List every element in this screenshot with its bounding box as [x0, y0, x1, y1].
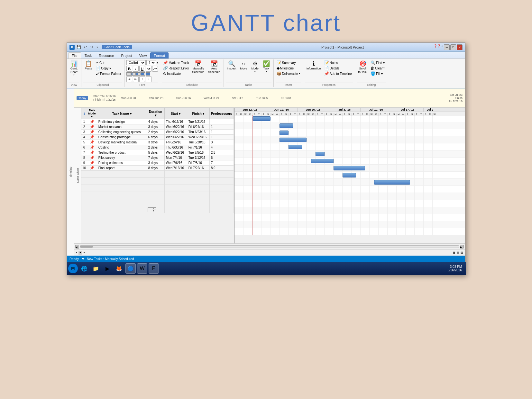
inspect-btn[interactable]: 🔍 Inspect — [226, 60, 238, 71]
font-color-btn[interactable]: A▾ — [146, 66, 151, 72]
auto-schedule-btn[interactable]: 📆 AutoSchedule — [207, 60, 222, 75]
gantt-bar[interactable] — [289, 145, 302, 149]
move-down-btn[interactable]: ↓ — [146, 76, 151, 82]
clear-btn[interactable]: 🗑 Clear ▾ — [370, 66, 386, 71]
inactivate-btn[interactable]: ⊘ Inactivate — [162, 71, 190, 76]
gantt-bar[interactable] — [334, 166, 365, 170]
summary-btn[interactable]: 📝 Summary — [276, 60, 301, 65]
table-row[interactable]: 8 📌 Pilot survey 7 days Mon 7/4/16 Tue 7… — [81, 155, 234, 160]
media-icon[interactable]: ▶ — [102, 263, 113, 274]
right-arrow[interactable]: ▸ — [84, 251, 85, 254]
italic-btn[interactable]: I — [133, 66, 139, 72]
tab-format[interactable]: Format — [150, 52, 169, 59]
restore-btn[interactable]: □ — [450, 44, 456, 50]
tab-project[interactable]: Project — [117, 52, 135, 59]
minimize-btn[interactable]: ─ — [444, 44, 450, 50]
task-pred-cell: 2,5 — [209, 150, 234, 155]
gantt-bar[interactable] — [343, 173, 356, 177]
font-face-select[interactable]: Calibri — [126, 60, 146, 65]
copy-btn[interactable]: 📄 Copy ▾ — [95, 66, 122, 71]
spinner-cell[interactable]: ▲ ▼ — [147, 206, 164, 213]
find-btn[interactable]: 🔍 Find ▾ — [370, 60, 386, 65]
table-row[interactable]: 7 📌 Testing the product 5 days Wed 6/29/… — [81, 150, 234, 155]
schedule-group-label: Schedule — [162, 83, 221, 86]
view-icon-2[interactable]: ▤ — [457, 251, 459, 254]
spinner-control[interactable]: ▲ ▼ — [148, 207, 156, 212]
gantt-cell — [415, 122, 419, 129]
gantt-bar[interactable] — [280, 131, 289, 135]
scroll-left-btn[interactable]: ◂ — [75, 245, 79, 249]
gantt-cell — [392, 129, 397, 136]
scrollbar-track[interactable] — [80, 245, 459, 248]
explorer-icon[interactable]: 📁 — [91, 263, 101, 274]
gantt-bar[interactable] — [374, 180, 410, 185]
milestone-btn[interactable]: ◆ Milestone — [276, 66, 301, 71]
gantt-bar[interactable] — [316, 152, 325, 156]
notes-btn[interactable]: 📝 Notes — [323, 60, 353, 65]
undo-quick-btn[interactable]: ↩ — [82, 44, 88, 50]
left-arrow[interactable]: ◂ — [76, 251, 77, 254]
empty-cell — [97, 171, 147, 178]
outdent-btn[interactable]: ⇤ — [133, 76, 139, 82]
ie-icon[interactable]: 🌐 — [79, 263, 89, 274]
tab-task[interactable]: Task — [81, 52, 96, 59]
table-row[interactable]: 9 📌 Pricing estimates 3 days Wed 7/6/16 … — [81, 160, 234, 166]
scrollbar-thumb[interactable] — [80, 246, 93, 248]
close-btn[interactable]: ✕ — [457, 44, 463, 50]
information-btn[interactable]: ℹ Information — [305, 60, 322, 71]
gantt-bar[interactable] — [252, 116, 271, 121]
underline-btn[interactable]: U — [139, 66, 145, 72]
table-row[interactable]: 3 📌 Collecting engineering quotes 2 days… — [81, 130, 234, 135]
move-up-btn[interactable]: ↑ — [139, 76, 145, 82]
table-row[interactable]: 6 📌 Costing 2 days Thu 6/30/16 Fri 7/1/1… — [81, 145, 234, 150]
table-row[interactable]: 4 📌 Constructing prototype 6 days Wed 6/… — [81, 135, 234, 140]
task-btn[interactable]: ✅ Task ▾ — [261, 60, 271, 74]
start-button[interactable]: ⊞ — [68, 264, 78, 273]
manually-schedule-btn[interactable]: 📅 ManuallySchedule — [191, 60, 206, 75]
spinner-up[interactable]: ▲ — [152, 208, 156, 210]
table-row[interactable]: 2 📌 Market research 3 days Wed 6/22/16 F… — [81, 124, 234, 130]
tab-file[interactable]: File — [68, 52, 81, 59]
table-row[interactable]: 5 📌 Develop marketing material 3 days Fr… — [81, 140, 234, 145]
redo-quick-btn[interactable]: ↪ — [89, 44, 95, 50]
bold-btn[interactable]: B — [126, 66, 132, 72]
spinner-down[interactable]: ▼ — [152, 210, 156, 212]
mode-btn[interactable]: ⚙ Mode ▾ — [250, 60, 260, 74]
gantt-bar[interactable] — [311, 159, 334, 163]
table-row[interactable]: 1 📌 Preliminary design 4 days Thu 6/16/1… — [81, 119, 234, 124]
firefox-icon[interactable]: 🦊 — [114, 263, 124, 274]
horizontal-scrollbar[interactable]: ◂ ▸ — [74, 243, 465, 249]
format-painter-btn[interactable]: 🖌 Format Painter — [95, 71, 122, 76]
tab-resource[interactable]: Resource — [95, 52, 117, 59]
chrome-icon[interactable]: 🔵 — [125, 263, 136, 274]
scroll-right-btn[interactable]: ▸ — [460, 245, 464, 249]
move-btn[interactable]: ↔ Move — [239, 60, 249, 71]
font-size-select[interactable]: 11 — [146, 60, 156, 65]
paste-btn[interactable]: 📋 Paste — [83, 60, 94, 71]
view-icon-3[interactable]: ▥ — [461, 251, 463, 254]
project-icon[interactable]: P — [149, 263, 159, 274]
add-to-timeline-btn[interactable]: 📌 Add to Timeline — [323, 71, 353, 76]
scroll-to-task-btn[interactable]: 🎯 Scrollto Task — [357, 60, 369, 75]
tab-view[interactable]: View — [136, 52, 151, 59]
fill-btn[interactable]: 🪣 Fill ▾ — [370, 71, 386, 76]
details-btn[interactable]: 📄 Details — [323, 66, 353, 71]
table-row[interactable]: 10 📌 Final report 8 days Wed 7/13/16 Fri… — [81, 166, 234, 171]
highlight-btn[interactable]: A▾ — [152, 66, 158, 72]
gantt-bar[interactable] — [280, 123, 293, 128]
auto-schedule-icon: 📆 — [211, 61, 218, 67]
word-icon[interactable]: W — [137, 263, 147, 274]
cut-btn[interactable]: ✂ Cut — [95, 60, 122, 65]
view-icon-1[interactable]: ▦ — [453, 251, 455, 254]
save-quick-btn[interactable]: 💾 — [76, 44, 82, 50]
gantt-cell — [248, 193, 252, 200]
gantt-chart-btn[interactable]: 📊 GanttChart ▾ — [69, 60, 79, 77]
gantt-bar[interactable] — [280, 138, 307, 142]
indent-btn[interactable]: ⇥ — [126, 76, 132, 82]
spinner-arrows[interactable]: ▲ ▼ — [152, 208, 156, 212]
deliverable-btn[interactable]: 📦 Deliverable ▾ — [276, 71, 301, 76]
mark-on-track-btn[interactable]: 📌 Mark on Track — [162, 60, 190, 65]
task-mode-cell: 📌 — [87, 155, 97, 160]
gantt-cell — [293, 129, 298, 136]
respect-links-btn[interactable]: 🔗 Respect Links — [162, 66, 190, 71]
